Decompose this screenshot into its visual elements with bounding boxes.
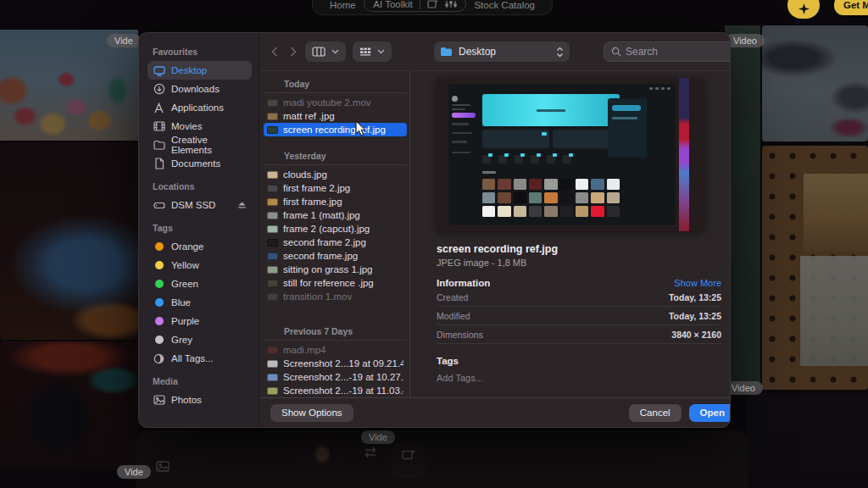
sidebar-item-tag-orange[interactable]: Orange (147, 237, 252, 256)
video-badge: Vide (117, 465, 151, 479)
preview-filename: screen recording ref.jpg (437, 243, 721, 255)
divider (420, 0, 420, 9)
all-tags-icon (153, 353, 165, 364)
preview-mock-thumbnail (591, 192, 604, 203)
sidebar-item-tag-blue[interactable]: Blue (147, 293, 252, 312)
preview-mock-thumbnail (482, 206, 495, 217)
file-row[interactable]: still for reference .jpg (264, 276, 407, 290)
sidebar-item-label: Blue (171, 297, 191, 308)
info-value: Today, 13:25 (669, 292, 721, 302)
preview-mock-thumbnail (576, 179, 588, 190)
preview-mock-thumbnail (529, 192, 542, 203)
preview-mock-thumbnail (607, 179, 620, 190)
sidebar-item-photos[interactable]: Photos (147, 391, 252, 409)
file-row[interactable]: second frame.jpg (264, 249, 407, 263)
sidebar-item-label: DSM SSD (171, 200, 215, 210)
sidebar-item-all-tags[interactable]: All Tags... (147, 349, 252, 368)
show-more-link[interactable]: Show More (674, 278, 721, 288)
view-mode-button[interactable] (305, 42, 346, 62)
file-section-header: Previous 7 Days (264, 324, 407, 341)
sidebar-item-label: Documents (171, 158, 220, 169)
tag-color-dot (155, 242, 164, 251)
eject-icon[interactable] (237, 201, 247, 209)
sidebar-item-label: Downloads (171, 84, 220, 94)
forward-button[interactable] (290, 47, 297, 57)
add-tags-field[interactable]: Add Tags... (437, 373, 721, 383)
sidebar-item-label: Desktop (171, 65, 207, 75)
show-options-button[interactable]: Show Options (270, 404, 353, 422)
applications-icon (153, 103, 165, 114)
file-thumbnail-icon (267, 198, 278, 206)
open-button[interactable]: Open (689, 404, 731, 422)
image-sparkle-icon[interactable] (427, 0, 438, 9)
sidebar-item-desktop[interactable]: Desktop (147, 61, 252, 80)
file-name: matt ref .jpg (283, 111, 335, 121)
search-input[interactable]: Search (604, 42, 731, 62)
top-navigation-bar: Home AI Toolkit Stock Catalog G (0, 0, 868, 25)
sidebar-item-label: Orange (171, 241, 203, 252)
preview-mock-thumbnail (514, 179, 526, 190)
ai-toolkit-label: AI Toolkit (373, 0, 412, 9)
tab-home[interactable]: Home (326, 0, 359, 12)
file-thumbnail-icon (267, 225, 278, 233)
tag-color-dot (155, 336, 164, 344)
file-row[interactable]: Screenshot 2...-19 at 11.03.45 (264, 384, 407, 397)
file-thumbnail-icon (267, 360, 278, 368)
preview-mock-thumbnail (560, 179, 573, 190)
file-row[interactable]: first frame 2.jpg (264, 181, 407, 195)
location-label: Desktop (459, 46, 550, 58)
preview-mock-thumbnail (529, 206, 542, 217)
preview-mock-thumbnail (529, 179, 542, 190)
sidebar-item-tag-yellow[interactable]: Yellow (147, 256, 252, 274)
cancel-button[interactable]: Cancel (629, 404, 682, 422)
movies-icon (153, 121, 165, 131)
file-row[interactable]: matt ref .jpg (264, 109, 407, 123)
preview-mock-thumbnail (607, 192, 620, 203)
sidebar-item-creative-elements[interactable]: Creative Elements (147, 136, 252, 154)
preview-mock-thumbnail (560, 192, 573, 203)
file-row[interactable]: Screenshot 2...-19 at 10.27.28 (264, 370, 407, 384)
file-row[interactable]: sitting on grass 1.jpg (264, 263, 407, 276)
sidebar-item-tag-purple[interactable]: Purple (147, 312, 252, 330)
location-dropdown[interactable]: Desktop (434, 42, 570, 62)
document-icon (153, 158, 165, 169)
file-row[interactable]: Screenshot 2...19 at 09.21.40 (264, 357, 407, 370)
sidebar-item-documents[interactable]: Documents (147, 154, 252, 173)
sidebar-section-title: Media (153, 376, 252, 386)
sidebar-section-title: Tags (153, 223, 252, 233)
tag-color-dot (155, 298, 164, 307)
updown-chevrons-icon (556, 47, 564, 58)
sidebar-section-title: Locations (153, 181, 252, 191)
dialog-main: Desktop Search (259, 33, 731, 427)
file-row[interactable]: frame 2 (capcut).jpg (264, 222, 407, 236)
file-thumbnail-icon (267, 171, 278, 179)
file-row[interactable]: first frame.jpg (264, 195, 407, 208)
audio-sliders-icon[interactable] (445, 0, 457, 9)
file-row[interactable]: second frame 2.jpg (264, 236, 407, 249)
sidebar-item-movies[interactable]: Movies (147, 117, 252, 136)
group-by-button[interactable] (353, 42, 392, 62)
back-button[interactable] (271, 47, 278, 57)
sidebar-item-tag-green[interactable]: Green (147, 274, 252, 293)
sidebar-item-downloads[interactable]: Downloads (147, 80, 252, 98)
file-name: transition 1.mov (283, 291, 352, 302)
ai-sparkle-button[interactable] (787, 0, 820, 19)
sidebar-item-dsm-ssd[interactable]: DSM SSD (147, 196, 252, 214)
preview-mock-thumbnail (482, 192, 495, 203)
preview-mock-thumbnail (482, 179, 495, 190)
file-row-selected[interactable]: screen recording ref.jpg (264, 123, 407, 136)
tab-stock-catalog[interactable]: Stock Catalog (470, 0, 538, 12)
file-row[interactable]: clouds.jpg (264, 168, 407, 181)
file-list: Today madi youtube 2.mov matt ref .jpg s… (259, 71, 410, 397)
file-thumbnail-icon (267, 113, 278, 120)
tab-ai-toolkit[interactable]: AI Toolkit (364, 0, 465, 12)
preview-mock-thumbnail (591, 206, 604, 217)
get-more-button[interactable]: Get Mo (834, 0, 868, 15)
sidebar-item-tag-grey[interactable]: Grey (147, 330, 252, 349)
file-row[interactable]: frame 1 (matt).jpg (264, 208, 407, 222)
preview-mock-thumbnail (607, 206, 620, 217)
preview-mock-thumbnail (576, 192, 588, 203)
file-thumbnail-icon (267, 387, 278, 395)
dialog-sidebar: Favourites Desktop Downloads (139, 33, 259, 427)
sidebar-item-applications[interactable]: Applications (147, 98, 252, 117)
